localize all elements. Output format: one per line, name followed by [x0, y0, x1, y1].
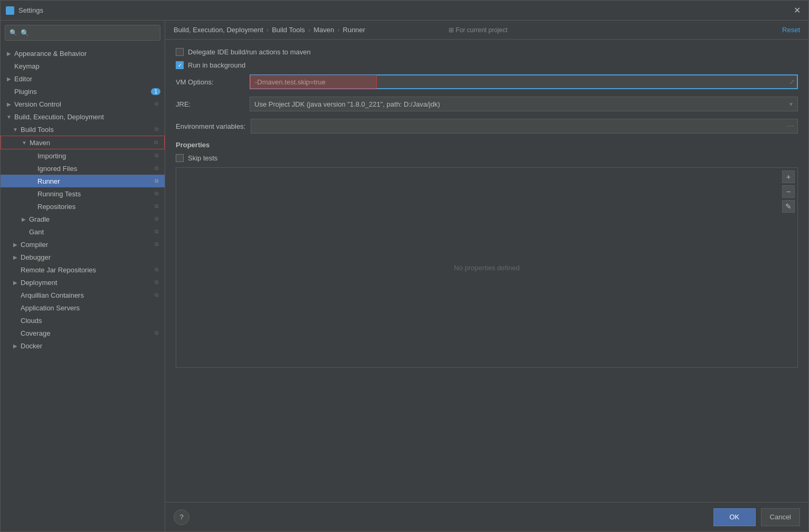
- sidebar-item-build-tools[interactable]: ▼ Build Tools ⧉: [1, 123, 165, 136]
- sidebar-item-maven[interactable]: ▼ Maven ⧉: [1, 136, 165, 149]
- add-property-button[interactable]: +: [782, 170, 795, 183]
- copy-icon: ⧉: [152, 177, 160, 185]
- sidebar-item-arquillian[interactable]: Arquillian Containers ⧉: [1, 289, 165, 301]
- sidebar-item-gradle[interactable]: ▶ Gradle ⧉: [1, 213, 165, 225]
- search-box[interactable]: 🔍: [5, 25, 160, 41]
- no-properties-text: No properties defined: [454, 264, 519, 272]
- window-title: Settings: [18, 6, 791, 14]
- toggle-icon: [28, 177, 36, 185]
- skip-tests-row: Skip tests: [176, 154, 798, 162]
- close-button[interactable]: ✕: [791, 4, 803, 17]
- sidebar-item-running-tests[interactable]: Running Tests ⧉: [1, 187, 165, 200]
- cancel-button[interactable]: Cancel: [761, 508, 800, 526]
- sidebar-item-label: Running Tests: [37, 190, 150, 198]
- env-edit-button[interactable]: ⋯: [784, 120, 797, 132]
- sidebar-item-app-servers[interactable]: Application Servers: [1, 301, 165, 314]
- sidebar-item-remote-jar[interactable]: Remote Jar Repositories ⧉: [1, 263, 165, 276]
- breadcrumb-part-2: Build Tools: [272, 26, 305, 34]
- tree-container: ▶ Appearance & Behavior Keymap ▶ Editor …: [1, 45, 165, 531]
- copy-icon: ⧉: [152, 329, 160, 337]
- copy-icon: ⧉: [152, 125, 160, 134]
- copy-icon: ⧉: [152, 227, 160, 236]
- main-content: 🔍 ▶ Appearance & Behavior Keymap ▶ Edito…: [1, 21, 808, 531]
- sidebar-item-label: Ignored Files: [37, 165, 150, 173]
- env-input-wrapper: ⋯: [251, 119, 798, 134]
- sidebar-item-coverage[interactable]: Coverage ⧉: [1, 327, 165, 339]
- sidebar-item-runner[interactable]: Runner ⧉: [1, 175, 165, 187]
- sidebar-item-label: Compiler: [21, 241, 150, 249]
- sidebar-item-repositories[interactable]: Repositories ⧉: [1, 200, 165, 213]
- jre-select-wrapper: Use Project JDK (java version "1.8.0_221…: [250, 97, 798, 111]
- breadcrumb-part-4: Runner: [343, 26, 366, 34]
- jre-select[interactable]: Use Project JDK (java version "1.8.0_221…: [250, 97, 798, 111]
- sidebar-item-compiler[interactable]: ▶ Compiler ⧉: [1, 238, 165, 251]
- sidebar-item-label: Clouds: [21, 317, 160, 325]
- toggle-icon: ▶: [5, 49, 13, 58]
- plugins-badge: 1: [151, 88, 160, 95]
- toggle-icon: [5, 62, 13, 70]
- reset-button[interactable]: Reset: [782, 26, 800, 34]
- expand-icon[interactable]: ⤢: [789, 78, 795, 86]
- env-vars-input[interactable]: [251, 119, 798, 134]
- sidebar-item-importing[interactable]: Importing ⧉: [1, 149, 165, 162]
- toggle-icon: [11, 329, 20, 337]
- sidebar-item-label: Docker: [21, 342, 160, 350]
- copy-icon: ⧉: [152, 278, 160, 287]
- sidebar-item-label: Maven: [30, 139, 149, 147]
- env-vars-row: Environment variables: ⋯: [176, 119, 798, 134]
- breadcrumb-part-1: Build, Execution, Deployment: [174, 26, 263, 34]
- remove-property-button[interactable]: −: [782, 185, 795, 198]
- search-input[interactable]: [21, 29, 156, 37]
- toggle-icon: ▶: [11, 278, 20, 287]
- background-checkbox[interactable]: [176, 61, 184, 69]
- sidebar-item-clouds[interactable]: Clouds: [1, 314, 165, 327]
- copy-icon: ⧉: [152, 202, 160, 211]
- sidebar-item-label: Build, Execution, Deployment: [14, 113, 160, 121]
- sidebar-item-editor[interactable]: ▶ Editor: [1, 72, 165, 85]
- sidebar-item-debugger[interactable]: ▶ Debugger: [1, 251, 165, 263]
- sidebar-item-version-control[interactable]: ▶ Version Control ⧉: [1, 98, 165, 110]
- toggle-icon: [11, 291, 20, 299]
- sidebar-item-label: Keymap: [14, 62, 160, 70]
- properties-panel: No properties defined + − ✎: [176, 167, 798, 368]
- sidebar-item-plugins[interactable]: Plugins 1: [1, 85, 165, 98]
- sidebar-item-label: Application Servers: [21, 304, 160, 312]
- right-panel: Build, Execution, Deployment › Build Too…: [165, 21, 808, 531]
- delegate-row: Delegate IDE build/run actions to maven: [176, 48, 798, 56]
- breadcrumb-part-3: Maven: [313, 26, 334, 34]
- title-bar: Settings ✕: [1, 1, 808, 21]
- skip-tests-checkbox[interactable]: [176, 154, 184, 162]
- sidebar-item-build-execution[interactable]: ▼ Build, Execution, Deployment: [1, 110, 165, 123]
- vm-options-input[interactable]: [250, 74, 798, 89]
- vm-options-row: VM Options: ⤢: [176, 74, 798, 89]
- toggle-icon: ▼: [11, 125, 20, 134]
- properties-section-title: Properties: [176, 141, 798, 149]
- breadcrumb-separator: ›: [308, 26, 310, 34]
- ok-button[interactable]: OK: [713, 508, 756, 526]
- sidebar-item-label: Version Control: [14, 100, 150, 108]
- sidebar-item-label: Remote Jar Repositories: [21, 266, 150, 274]
- sidebar-item-label: Runner: [37, 177, 150, 185]
- toggle-icon: [11, 265, 20, 274]
- sidebar-item-docker[interactable]: ▶ Docker: [1, 339, 165, 352]
- settings-area: Delegate IDE build/run actions to maven …: [165, 40, 808, 502]
- toggle-icon: ▶: [11, 341, 20, 350]
- hint-text: For current project: [456, 26, 508, 34]
- sidebar-item-keymap[interactable]: Keymap: [1, 60, 165, 72]
- breadcrumb: Build, Execution, Deployment › Build Too…: [174, 26, 449, 34]
- delegate-checkbox[interactable]: [176, 48, 184, 56]
- settings-window: Settings ✕ 🔍 ▶ Appearance & Behavior Key…: [0, 0, 809, 532]
- breadcrumb-bar: Build, Execution, Deployment › Build Too…: [165, 21, 808, 40]
- sidebar: 🔍 ▶ Appearance & Behavior Keymap ▶ Edito…: [1, 21, 165, 531]
- properties-toolbar: + − ✎: [782, 170, 795, 213]
- sidebar-item-appearance[interactable]: ▶ Appearance & Behavior: [1, 47, 165, 60]
- edit-property-button[interactable]: ✎: [782, 200, 795, 213]
- copy-icon: ⧉: [152, 100, 160, 108]
- sidebar-item-deployment[interactable]: ▶ Deployment ⧉: [1, 276, 165, 289]
- sidebar-item-ignored-files[interactable]: Ignored Files ⧉: [1, 162, 165, 175]
- help-button[interactable]: ?: [174, 509, 189, 525]
- toggle-icon: [28, 202, 36, 211]
- sidebar-item-label: Arquillian Containers: [21, 291, 150, 299]
- hint-icon: ⊞: [449, 26, 454, 34]
- sidebar-item-gant[interactable]: Gant ⧉: [1, 225, 165, 238]
